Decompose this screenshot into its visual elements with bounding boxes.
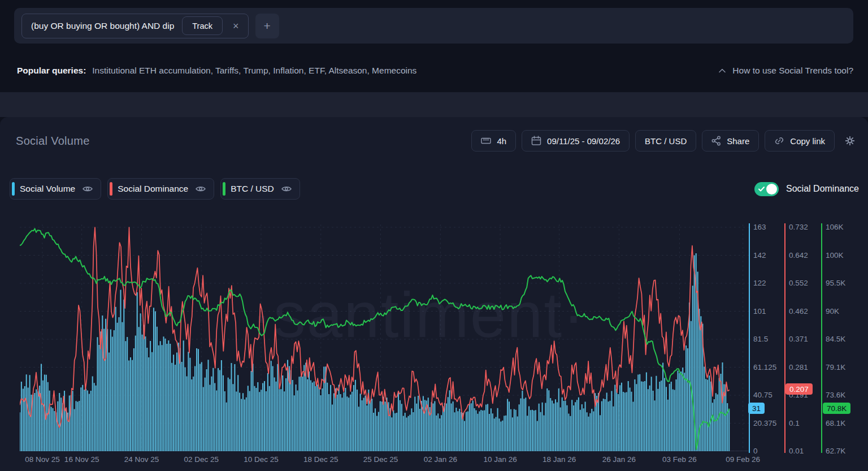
axis-tick-label: 62.7K xyxy=(826,447,845,455)
collapsed-panel-band xyxy=(0,92,868,117)
axis-tick-label: 0.281 xyxy=(789,363,808,371)
copy-link-label: Copy link xyxy=(790,136,825,146)
axis-tick-label: 79.1K xyxy=(826,363,845,371)
axis-tick-label: 0.732 xyxy=(789,223,808,231)
help-link[interactable]: How to use Social Trends tool? xyxy=(718,66,853,76)
share-button[interactable]: Share xyxy=(702,130,759,152)
x-tick-label: 02 Dec 25 xyxy=(184,455,219,464)
btc-usd-last-value-badge: 70.8K xyxy=(823,403,850,414)
eye-icon[interactable] xyxy=(281,185,292,193)
search-query-chip[interactable]: (buy OR buying OR bought) AND dip Track … xyxy=(21,14,249,38)
help-link-label: How to use Social Trends tool? xyxy=(732,66,853,76)
axis-tick-label: 0.1 xyxy=(789,419,800,427)
axis-tick-label: 0.01 xyxy=(789,447,804,455)
x-tick-label: 03 Feb 26 xyxy=(662,455,697,464)
x-tick-label: 10 Jan 26 xyxy=(483,455,517,464)
x-tick-label: 26 Jan 26 xyxy=(602,455,636,464)
pair-button[interactable]: BTC / USD xyxy=(635,130,696,152)
chart-panel: Social Volume 4h 09/11/25 - 09/02/26 BTC… xyxy=(0,117,868,471)
link-icon xyxy=(774,136,784,146)
legend-label: Social Dominance xyxy=(118,184,188,194)
axis-tick-label: 73.6K xyxy=(826,391,845,399)
axis-tick-label: 0.552 xyxy=(789,279,808,287)
legend-row: Social Volume Social Dominance BTC / USD… xyxy=(10,178,859,200)
gear-icon xyxy=(844,135,856,146)
check-icon xyxy=(758,187,765,192)
axis-tick-label: 0.462 xyxy=(789,307,808,316)
x-tick-label: 10 Dec 25 xyxy=(244,455,279,464)
ruler-icon xyxy=(481,137,491,145)
eye-icon[interactable] xyxy=(196,185,206,193)
legend-chip-social-volume[interactable]: Social Volume xyxy=(10,178,101,200)
axis-tick-label: 0 xyxy=(753,447,758,455)
close-icon[interactable]: × xyxy=(231,21,241,31)
plot-area[interactable]: ·santiment· xyxy=(20,223,749,451)
toggle-label: Social Dominance xyxy=(786,184,859,194)
chart-controls: 4h 09/11/25 - 09/02/26 BTC / USD Share C… xyxy=(471,130,860,152)
social-volume-accent xyxy=(12,182,15,196)
share-label: Share xyxy=(727,136,749,146)
axis-tick-label: 0.642 xyxy=(789,251,808,260)
x-tick-label: 24 Nov 25 xyxy=(124,455,159,464)
calendar-icon xyxy=(531,136,541,146)
axis-tick-label: 81.5 xyxy=(753,335,768,343)
social-dominance-toggle-wrap: Social Dominance xyxy=(754,182,859,196)
x-tick-label: 09 Feb 26 xyxy=(726,455,760,464)
page-title: Social Volume xyxy=(16,135,90,148)
x-tick-label: 02 Jan 26 xyxy=(424,455,457,464)
settings-button[interactable] xyxy=(840,130,860,152)
add-query-button[interactable]: + xyxy=(255,14,279,38)
social-dominance-last-value-badge: 0.207 xyxy=(785,383,813,395)
x-tick-label: 18 Dec 25 xyxy=(303,455,338,464)
axis-tick-label: 68.1K xyxy=(826,419,845,427)
axis-tick-label: 61.125 xyxy=(753,363,776,371)
axis-tick-label: 142 xyxy=(753,251,766,260)
axis-tick-label: 163 xyxy=(753,223,766,231)
axis-tick-label: 20.375 xyxy=(753,419,776,427)
axis-tick-label: 0.371 xyxy=(789,335,808,343)
x-tick-label: 18 Jan 26 xyxy=(542,455,576,464)
legend-chip-social-dominance[interactable]: Social Dominance xyxy=(107,178,214,200)
social-volume-last-value-badge: 31 xyxy=(748,403,765,414)
legend-label: Social Volume xyxy=(20,184,75,194)
date-range-label: 09/11/25 - 09/02/26 xyxy=(547,136,620,146)
btc-usd-accent xyxy=(223,182,225,196)
axis-tick-label: 90K xyxy=(826,307,839,316)
track-button[interactable]: Track xyxy=(182,16,223,35)
date-range-button[interactable]: 09/11/25 - 09/02/26 xyxy=(522,130,630,152)
chevron-up-icon xyxy=(718,68,726,74)
x-tick-label: 08 Nov 25 xyxy=(25,455,60,464)
interval-label: 4h xyxy=(497,136,506,146)
social-dominance-accent xyxy=(110,182,112,196)
axis-tick-label: 84.5K xyxy=(826,335,845,343)
x-tick-label: 16 Nov 25 xyxy=(64,455,99,464)
axis-tick-label: 106K xyxy=(826,223,844,231)
axis-tick-label: 101 xyxy=(753,307,766,316)
search-bar: (buy OR buying OR bought) AND dip Track … xyxy=(14,8,853,44)
search-query-text: (buy OR buying OR bought) AND dip xyxy=(31,21,174,31)
chart-series xyxy=(20,223,749,451)
social-dominance-toggle[interactable] xyxy=(754,182,779,196)
share-icon xyxy=(711,136,721,146)
price-axis-line xyxy=(821,223,822,453)
dominance-axis-line xyxy=(784,223,785,453)
axis-tick-label: 40.75 xyxy=(753,391,772,399)
legend-label: BTC / USD xyxy=(231,184,274,194)
popular-queries-label: Popular queries: xyxy=(17,66,86,76)
legend-chip-btc-usd[interactable]: BTC / USD xyxy=(220,178,300,200)
toggle-knob xyxy=(766,184,777,195)
axis-tick-label: 122 xyxy=(753,279,766,287)
eye-icon[interactable] xyxy=(83,185,93,193)
popular-queries-list[interactable]: Institutional ETH accumulation, Tariffs,… xyxy=(92,66,416,76)
volume-axis-line xyxy=(749,223,750,453)
x-tick-label: 25 Dec 25 xyxy=(363,455,398,464)
social-trends-page: (buy OR buying OR bought) AND dip Track … xyxy=(0,0,868,471)
axis-tick-label: 100K xyxy=(826,251,844,260)
popular-queries-row: Popular queries: Institutional ETH accum… xyxy=(17,66,853,76)
copy-link-button[interactable]: Copy link xyxy=(765,130,835,152)
interval-button[interactable]: 4h xyxy=(471,130,516,152)
pair-label: BTC / USD xyxy=(645,136,687,146)
axis-tick-label: 95.5K xyxy=(826,279,845,287)
